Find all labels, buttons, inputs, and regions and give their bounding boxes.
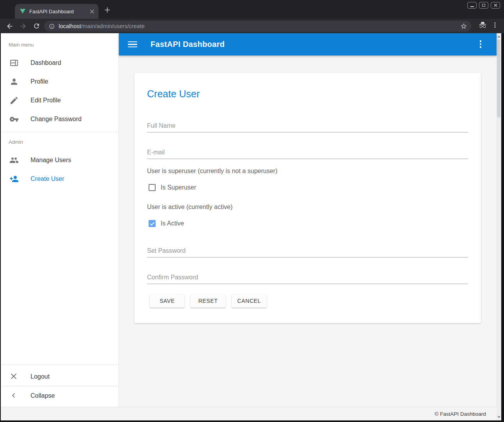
sidebar-item-edit-profile[interactable]: Edit Profile bbox=[1, 91, 118, 110]
scrollbar-up-arrow-icon[interactable] bbox=[497, 36, 500, 38]
people-icon bbox=[9, 156, 19, 165]
checkbox-unchecked-icon[interactable] bbox=[149, 184, 156, 191]
scrollbar-down-arrow-icon[interactable] bbox=[497, 416, 500, 418]
sidebar-item-change-password[interactable]: Change Password bbox=[1, 110, 118, 129]
page-info-icon[interactable] bbox=[49, 23, 55, 29]
sidebar-item-label: Change Password bbox=[30, 116, 82, 123]
footer: © FastAPI Dashboard bbox=[1, 407, 496, 420]
person-add-icon bbox=[9, 174, 19, 184]
window-controls bbox=[467, 2, 500, 9]
email-input[interactable] bbox=[147, 146, 468, 159]
appbar-overflow-menu-icon[interactable] bbox=[475, 39, 486, 49]
person-icon bbox=[9, 77, 19, 86]
is-active-checkbox-row[interactable]: Is Active bbox=[149, 220, 184, 227]
back-icon[interactable] bbox=[3, 21, 16, 32]
vue-logo-icon bbox=[20, 9, 26, 14]
key-icon bbox=[9, 114, 19, 124]
toolbar-right-tools bbox=[479, 21, 499, 29]
close-icon bbox=[9, 372, 19, 381]
save-button[interactable]: SAVE bbox=[150, 294, 185, 308]
active-hint-text: User is active (currently active) bbox=[147, 204, 233, 211]
sidebar-section-main-menu: Main menu bbox=[9, 42, 34, 48]
main-content: Create User User is superuser (currently… bbox=[119, 55, 497, 407]
set-password-input[interactable] bbox=[147, 244, 468, 257]
new-tab-button[interactable] bbox=[102, 5, 112, 14]
form-buttons: SAVE RESET CANCEL bbox=[150, 294, 267, 308]
url-bar[interactable]: localhost/main/admin/users/create bbox=[44, 21, 471, 32]
tab-title: FastAPI Dashboard bbox=[29, 9, 88, 14]
confirm-password-input[interactable] bbox=[147, 271, 468, 284]
sidebar-item-label: Create User bbox=[30, 175, 64, 182]
sidebar-item-label: Profile bbox=[30, 78, 48, 85]
cancel-button[interactable]: CANCEL bbox=[231, 294, 267, 308]
sidebar: Main menu Dashboard Profile Edit Profile bbox=[1, 33, 119, 407]
sidebar-item-profile[interactable]: Profile bbox=[1, 72, 118, 91]
browser-menu-icon[interactable] bbox=[491, 21, 499, 29]
sidebar-item-label: Collapse bbox=[30, 392, 55, 399]
page-scrollbar[interactable] bbox=[496, 33, 501, 420]
chevron-left-icon bbox=[9, 391, 19, 401]
browser-titlebar: FastAPI Dashboard bbox=[0, 0, 504, 19]
appbar-title: FastAPI Dashboard bbox=[151, 40, 225, 49]
scrollbar-thumb[interactable] bbox=[497, 39, 500, 118]
page-title: Create User bbox=[147, 88, 200, 100]
bookmark-star-icon[interactable] bbox=[460, 23, 467, 30]
sidebar-item-logout[interactable]: Logout bbox=[1, 367, 118, 386]
checkbox-label: Is Active bbox=[161, 220, 184, 227]
sidebar-section-admin: Admin bbox=[9, 139, 23, 145]
url-host: localhost bbox=[59, 23, 81, 29]
sidebar-item-manage-users[interactable]: Manage Users bbox=[1, 151, 118, 170]
tab-close-icon[interactable] bbox=[88, 8, 95, 15]
superuser-hint-text: User is superuser (currently is not a su… bbox=[147, 168, 277, 175]
sidebar-item-collapse[interactable]: Collapse bbox=[1, 386, 118, 405]
forward-icon[interactable] bbox=[16, 21, 30, 32]
sidebar-item-label: Logout bbox=[30, 373, 50, 380]
is-superuser-checkbox-row[interactable]: Is Superuser bbox=[149, 184, 196, 191]
incognito-icon bbox=[479, 21, 487, 29]
sidebar-item-dashboard[interactable]: Dashboard bbox=[1, 54, 118, 72]
footer-copyright: © FastAPI Dashboard bbox=[434, 411, 486, 417]
full-name-input[interactable] bbox=[147, 119, 468, 132]
dashboard-icon bbox=[9, 58, 19, 68]
refresh-icon[interactable] bbox=[30, 21, 43, 32]
sidebar-item-label: Manage Users bbox=[30, 157, 71, 164]
sidebar-item-create-user[interactable]: Create User bbox=[1, 170, 118, 188]
checkbox-label: Is Superuser bbox=[161, 184, 196, 191]
window-maximize-button[interactable] bbox=[479, 2, 488, 9]
window-close-button[interactable] bbox=[491, 2, 500, 9]
url-text[interactable]: localhost/main/admin/users/create bbox=[59, 23, 460, 29]
pencil-icon bbox=[9, 96, 19, 105]
url-path: /main/admin/users/create bbox=[81, 23, 145, 29]
checkbox-checked-icon[interactable] bbox=[149, 220, 156, 227]
reset-button[interactable]: RESET bbox=[190, 294, 226, 308]
sidebar-item-label: Edit Profile bbox=[30, 97, 61, 104]
hamburger-menu-icon[interactable] bbox=[128, 39, 138, 50]
browser-tab[interactable]: FastAPI Dashboard bbox=[15, 4, 99, 19]
window-minimize-button[interactable] bbox=[467, 2, 477, 9]
sidebar-divider bbox=[1, 365, 118, 365]
sidebar-divider bbox=[1, 132, 118, 132]
page: Main menu Dashboard Profile Edit Profile bbox=[1, 33, 501, 420]
create-user-card: Create User User is superuser (currently… bbox=[135, 73, 481, 323]
browser-toolbar: localhost/main/admin/users/create bbox=[0, 19, 504, 33]
sidebar-item-label: Dashboard bbox=[30, 59, 61, 66]
appbar: FastAPI Dashboard bbox=[119, 33, 497, 55]
